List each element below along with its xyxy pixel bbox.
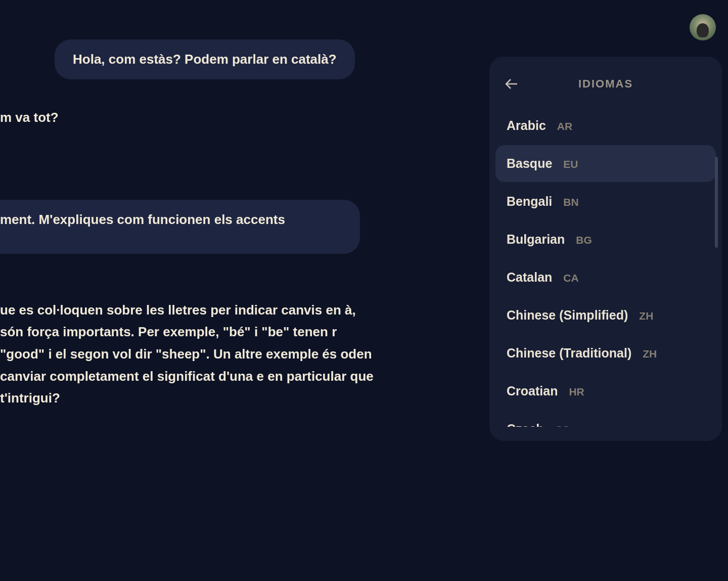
language-name: Bulgarian bbox=[507, 232, 565, 247]
language-name: Czech bbox=[507, 422, 544, 427]
assistant-message-1: m va tot? bbox=[0, 107, 384, 129]
language-item-croatian[interactable]: Croatian HR bbox=[495, 373, 716, 410]
panel-title: IDIOMAS bbox=[504, 77, 708, 91]
chat-area: Hola, com estàs? Podem parlar en català?… bbox=[0, 0, 384, 581]
language-code: ZH bbox=[639, 310, 653, 322]
avatar[interactable] bbox=[690, 14, 716, 40]
language-code: HR bbox=[569, 386, 584, 398]
user-message-1: Hola, com estàs? Podem parlar en català? bbox=[55, 39, 355, 79]
language-code: AR bbox=[557, 120, 572, 132]
language-code: ZH bbox=[643, 348, 657, 360]
user-message-2: ment. M'expliques com funcionen els acce… bbox=[0, 200, 360, 254]
language-name: Catalan bbox=[507, 270, 552, 285]
language-name: Bengali bbox=[507, 194, 552, 209]
language-panel: IDIOMAS Arabic AR Basque EU Bengali BN B… bbox=[489, 57, 722, 441]
language-code: CA bbox=[563, 272, 578, 284]
assistant-message-2: ue es col·loquen sobre les lletres per i… bbox=[0, 299, 374, 410]
language-name: Croatian bbox=[507, 384, 558, 398]
language-code: CS bbox=[555, 424, 570, 427]
language-item-czech[interactable]: Czech CS bbox=[495, 411, 716, 427]
language-item-catalan[interactable]: Catalan CA bbox=[495, 259, 716, 296]
language-item-bengali[interactable]: Bengali BN bbox=[495, 183, 716, 220]
language-code: EU bbox=[563, 158, 578, 170]
language-item-chinese-simplified[interactable]: Chinese (Simplified) ZH bbox=[495, 297, 716, 334]
panel-header: IDIOMAS bbox=[489, 76, 722, 107]
language-item-chinese-traditional[interactable]: Chinese (Traditional) ZH bbox=[495, 335, 716, 372]
language-item-bulgarian[interactable]: Bulgarian BG bbox=[495, 221, 716, 258]
language-name: Arabic bbox=[507, 118, 546, 133]
scrollbar[interactable] bbox=[715, 157, 718, 248]
language-name: Basque bbox=[507, 156, 552, 171]
language-item-arabic[interactable]: Arabic AR bbox=[495, 107, 716, 144]
language-name: Chinese (Simplified) bbox=[507, 308, 628, 323]
language-code: BN bbox=[563, 196, 578, 208]
language-item-basque[interactable]: Basque EU bbox=[495, 145, 716, 182]
language-list[interactable]: Arabic AR Basque EU Bengali BN Bulgarian… bbox=[489, 107, 722, 427]
language-name: Chinese (Traditional) bbox=[507, 346, 631, 361]
language-code: BG bbox=[576, 234, 592, 246]
